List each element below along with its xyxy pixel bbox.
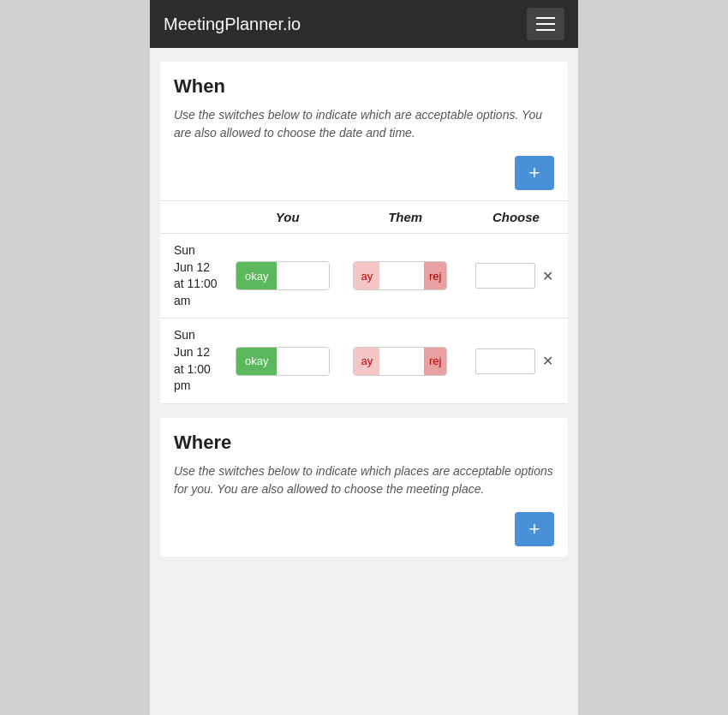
hamburger-menu-button[interactable]: [527, 8, 564, 40]
you-toggle-cell-1: okay: [229, 319, 346, 403]
table-row: SunJun 12at 1:00 pm okay ay rej ✕: [160, 319, 568, 403]
page-wrapper: MeetingPlanner.io When Use the switches …: [0, 0, 728, 715]
table-row: SunJun 12at 11:00 am okay ay rej ✕: [160, 234, 568, 319]
col-header-choose: Choose: [464, 201, 568, 234]
app-title: MeetingPlanner.io: [164, 15, 301, 34]
when-add-btn-row: +: [160, 149, 568, 200]
choose-group-0: ✕: [471, 263, 561, 289]
when-title: When: [174, 75, 554, 98]
hamburger-line-2: [536, 23, 555, 25]
when-section-header: When Use the switches below to indicate …: [160, 62, 568, 149]
you-toggle-group-0[interactable]: okay: [236, 261, 330, 290]
you-toggle-right-0[interactable]: [277, 262, 329, 289]
where-description: Use the switches below to indicate which…: [174, 462, 554, 498]
choose-input-1[interactable]: [475, 349, 535, 374]
table-header-row: You Them Choose: [160, 201, 568, 234]
them-toggle-middle-1[interactable]: [379, 348, 424, 375]
you-toggle-cell-0: okay: [229, 234, 346, 319]
you-toggle-right-1[interactable]: [277, 348, 329, 375]
when-table: You Them Choose SunJun 12at 11:00 am oka…: [160, 200, 568, 404]
them-rej-label-1[interactable]: rej: [424, 348, 446, 375]
date-cell-1: SunJun 12at 1:00 pm: [160, 319, 229, 403]
them-left-label-1[interactable]: ay: [354, 348, 379, 375]
col-header-them: Them: [346, 201, 463, 234]
them-left-label-0[interactable]: ay: [354, 262, 379, 289]
when-description: Use the switches below to indicate which…: [174, 106, 554, 142]
hamburger-line-3: [536, 29, 555, 31]
date-cell-0: SunJun 12at 11:00 am: [160, 234, 229, 319]
choose-cell-1: ✕: [464, 319, 568, 403]
col-header-date: [160, 201, 229, 234]
delete-row-button-1[interactable]: ✕: [539, 353, 557, 369]
them-toggle-cell-0: ay rej: [346, 234, 463, 319]
where-section-header: Where Use the switches below to indicate…: [160, 418, 568, 505]
hamburger-line-1: [536, 17, 555, 19]
delete-row-button-0[interactable]: ✕: [539, 268, 557, 284]
them-toggle-cell-1: ay rej: [346, 319, 463, 403]
you-okay-label-1[interactable]: okay: [236, 348, 277, 375]
when-add-button[interactable]: +: [515, 156, 554, 190]
them-toggle-group-0[interactable]: ay rej: [353, 261, 447, 290]
choose-input-0[interactable]: [475, 263, 535, 289]
col-header-you: You: [229, 201, 346, 234]
choose-group-1: ✕: [471, 349, 561, 374]
app-container: MeetingPlanner.io When Use the switches …: [150, 0, 578, 715]
them-toggle-middle-0[interactable]: [379, 262, 424, 289]
you-toggle-group-1[interactable]: okay: [236, 347, 330, 376]
where-section: Where Use the switches below to indicate…: [160, 418, 568, 557]
choose-cell-0: ✕: [464, 234, 568, 319]
you-okay-label-0[interactable]: okay: [236, 262, 277, 289]
where-add-button[interactable]: +: [515, 512, 554, 546]
them-rej-label-0[interactable]: rej: [424, 262, 446, 289]
when-section: When Use the switches below to indicate …: [160, 62, 568, 404]
them-toggle-group-1[interactable]: ay rej: [353, 347, 447, 376]
where-add-btn-row: +: [160, 505, 568, 557]
header: MeetingPlanner.io: [150, 0, 578, 48]
where-title: Where: [174, 432, 554, 454]
